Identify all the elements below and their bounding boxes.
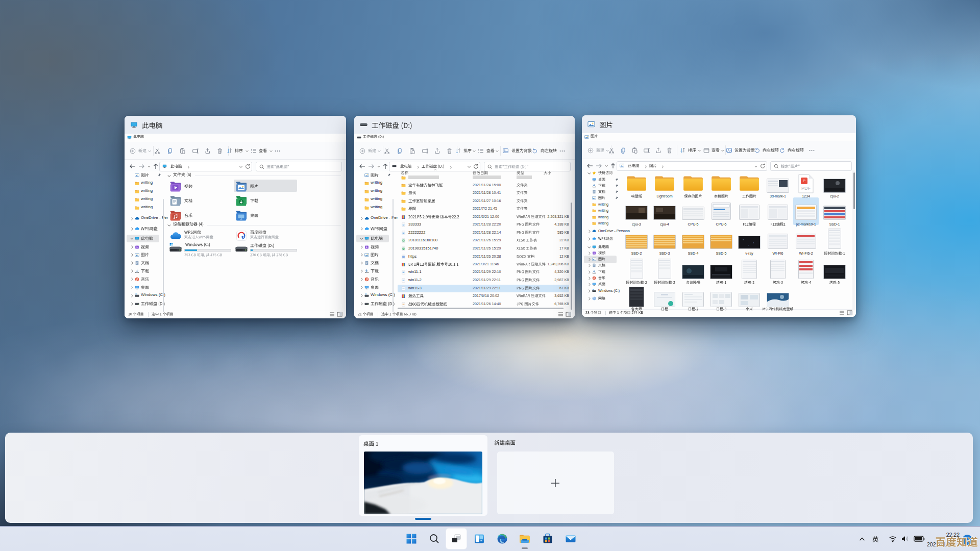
svg-text:PDF: PDF <box>801 186 811 191</box>
svg-text:P: P <box>803 179 805 183</box>
